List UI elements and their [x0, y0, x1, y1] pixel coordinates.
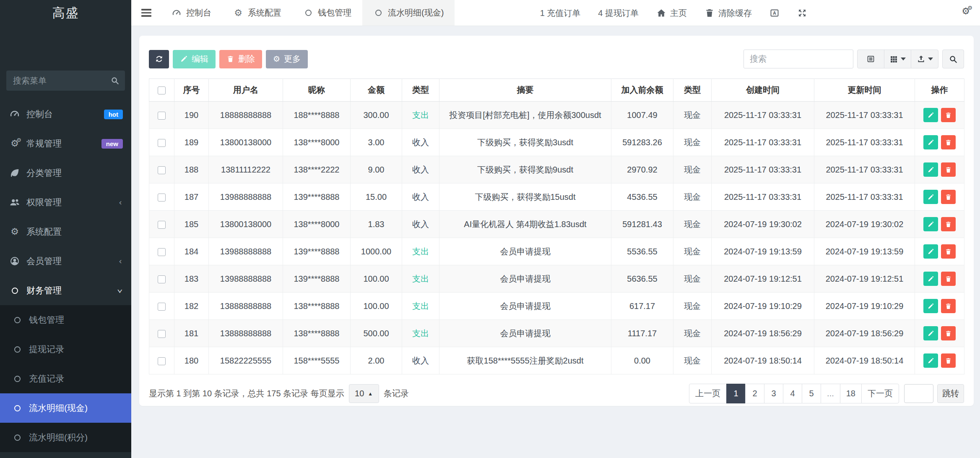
hamburger-menu-icon[interactable]	[131, 0, 161, 26]
row-checkbox[interactable]	[158, 166, 166, 174]
detail-view-button[interactable]	[858, 50, 884, 68]
edit-row-button[interactable]	[923, 272, 938, 286]
delete-row-button[interactable]	[941, 272, 956, 286]
sidebar-item-general[interactable]: ⚙⚙常规管理new	[0, 129, 131, 158]
more-button[interactable]: ⚙更多	[266, 50, 308, 68]
row-checkbox[interactable]	[158, 139, 166, 147]
tab-wallet[interactable]: 钱包管理	[292, 0, 362, 26]
refresh-button[interactable]	[149, 50, 169, 68]
sidebar-item-category[interactable]: 分类管理	[0, 158, 131, 188]
tab-console[interactable]: 控制台	[161, 0, 222, 26]
trash-icon	[945, 330, 952, 337]
cell-username: 13988888888	[209, 265, 283, 293]
page-button-18[interactable]: 18	[840, 384, 862, 403]
edit-row-button[interactable]	[923, 190, 938, 204]
nav-home[interactable]: 主页	[656, 8, 687, 19]
cell-username: 13988888888	[209, 183, 283, 211]
delete-row-button[interactable]	[941, 162, 956, 177]
edit-row-button[interactable]	[923, 353, 938, 368]
page-button-1[interactable]: 1	[726, 384, 746, 403]
sidebar-subitem-withdraw-log[interactable]: 提现记录	[0, 335, 131, 364]
sidebar-item-system[interactable]: ⚙系统配置	[0, 217, 131, 246]
column-header: 操作	[915, 79, 964, 102]
nav-language[interactable]: A	[769, 8, 780, 18]
edit-row-button[interactable]	[923, 244, 938, 259]
page-button-3[interactable]: 3	[764, 384, 783, 403]
nav-recharge-orders[interactable]: 1 充值订单	[540, 8, 581, 19]
pencil-icon	[927, 112, 934, 119]
edit-row-button[interactable]	[923, 135, 938, 149]
delete-row-button[interactable]	[941, 326, 956, 340]
edit-row-button[interactable]	[923, 326, 938, 340]
sidebar-subitem-wallet[interactable]: 钱包管理	[0, 305, 131, 335]
cell-username: 13800138000	[209, 211, 283, 238]
cell-nickname: 138****2222	[283, 156, 351, 183]
prev-page-button[interactable]: 上一页	[689, 384, 727, 403]
sidebar-item-member[interactable]: 会员管理‹	[0, 246, 131, 276]
cell-created: 2024-07-19 18:50:14	[712, 347, 814, 374]
edit-row-button[interactable]	[923, 108, 938, 122]
sidebar-subitem-flow-cash[interactable]: 流水明细(现金)	[0, 393, 131, 423]
table-search-input[interactable]	[743, 50, 853, 68]
row-checkbox[interactable]	[158, 357, 166, 365]
sidebar-item-console[interactable]: 控制台hot	[0, 99, 131, 129]
jump-page-input[interactable]	[904, 384, 933, 403]
pencil-icon	[927, 303, 934, 310]
edit-button[interactable]: 编辑	[173, 50, 216, 68]
delete-row-button[interactable]	[941, 299, 956, 313]
delete-row-button[interactable]	[941, 353, 956, 368]
delete-row-button[interactable]	[941, 190, 956, 204]
row-checkbox[interactable]	[158, 248, 166, 256]
cell-updated: 2024-07-19 19:12:51	[814, 265, 915, 293]
settings-gears-icon[interactable]: ⚙⚙	[962, 7, 970, 16]
delete-row-button[interactable]	[941, 217, 956, 231]
cell-type: 支出	[402, 238, 439, 265]
sidebar-subitem-flow-points[interactable]: 流水明细(积分)	[0, 423, 131, 452]
cell-username: 13988888888	[209, 238, 283, 265]
jump-button[interactable]: 跳转	[937, 384, 964, 403]
delete-row-button[interactable]	[941, 108, 956, 122]
sidebar-subitem-recharge-log[interactable]: 充值记录	[0, 364, 131, 393]
row-checkbox[interactable]	[158, 330, 166, 338]
row-checkbox[interactable]	[158, 221, 166, 229]
delete-row-button[interactable]	[941, 244, 956, 259]
sidebar-item-finance[interactable]: 财务管理⌄	[0, 276, 131, 305]
search-toggle-button[interactable]	[942, 50, 964, 68]
row-checkbox[interactable]	[158, 303, 166, 311]
cell-type: 收入	[402, 211, 439, 238]
export-button[interactable]	[911, 50, 938, 68]
table-view-button-group	[857, 50, 938, 68]
sidebar-item-permission[interactable]: 权限管理‹	[0, 188, 131, 217]
row-checkbox[interactable]	[158, 112, 166, 120]
columns-button[interactable]	[884, 50, 911, 68]
page-button-5[interactable]: 5	[802, 384, 821, 403]
delete-row-button[interactable]	[941, 135, 956, 149]
cell-created: 2025-11-17 03:33:31	[712, 129, 814, 156]
edit-row-button[interactable]	[923, 162, 938, 177]
nav-clear-cache[interactable]: 清除缓存	[704, 8, 752, 19]
tab-flow-cash[interactable]: 流水明细(现金)	[362, 0, 455, 26]
select-all-checkbox[interactable]	[158, 86, 166, 94]
page-button-2[interactable]: 2	[745, 384, 764, 403]
table-row: 18313988888888139****8888100.00支出会员申请提现5…	[149, 265, 964, 293]
row-select-cell	[149, 102, 174, 129]
row-checkbox[interactable]	[158, 275, 166, 283]
nav-withdraw-orders[interactable]: 4 提现订单	[598, 8, 639, 19]
cell-category: 现金	[673, 129, 712, 156]
tab-label: 钱包管理	[318, 7, 351, 18]
cell-amount: 9.00	[351, 156, 402, 183]
cell-updated: 2025-11-17 03:33:31	[814, 129, 915, 156]
sidebar-item-label: 权限管理	[26, 196, 62, 208]
page-size-select[interactable]: 10 ▲	[349, 384, 379, 403]
page-button-4[interactable]: 4	[783, 384, 802, 403]
svg-text:A: A	[773, 10, 776, 16]
navbar-right: 1 充值订单4 提现订单主页清除缓存A	[540, 0, 807, 26]
edit-row-button[interactable]	[923, 299, 938, 313]
tab-system[interactable]: ⚙系统配置	[222, 0, 292, 26]
delete-button[interactable]: 删除	[219, 50, 262, 68]
menu-search-input[interactable]	[6, 71, 125, 91]
nav-fullscreen[interactable]	[797, 8, 807, 18]
edit-row-button[interactable]	[923, 217, 938, 231]
next-page-button[interactable]: 下一页	[861, 384, 899, 403]
row-checkbox[interactable]	[158, 194, 166, 202]
